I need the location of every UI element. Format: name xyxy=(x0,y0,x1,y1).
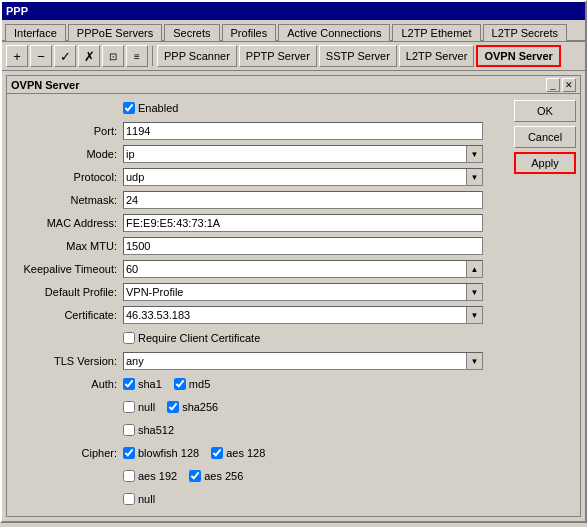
max-mtu-input[interactable] xyxy=(123,237,483,255)
cipher-checkboxes-row1: blowfish 128 aes 128 xyxy=(123,447,504,459)
require-cert-checkbox[interactable] xyxy=(123,332,135,344)
cipher-null-text: null xyxy=(138,493,155,505)
enabled-row: Enabled xyxy=(13,98,504,118)
protocol-input[interactable] xyxy=(124,169,466,185)
window-title: PPP xyxy=(6,5,28,17)
netmask-label: Netmask: xyxy=(13,194,123,206)
enabled-text: Enabled xyxy=(138,102,178,114)
sub-window-controls: _ ✕ xyxy=(546,78,576,92)
pptp-server-button[interactable]: PPTP Server xyxy=(239,45,317,67)
certificate-input[interactable] xyxy=(124,307,466,323)
form-area-container: Enabled Port: Mode: ▼ xyxy=(7,94,580,516)
cipher-aes128-label[interactable]: aes 128 xyxy=(211,447,265,459)
add-button[interactable]: + xyxy=(6,45,28,67)
tab-l2tp-secrets[interactable]: L2TP Secrets xyxy=(483,24,567,41)
action-buttons-col: OK Cancel Apply xyxy=(510,94,580,516)
default-profile-row: Default Profile: ▼ xyxy=(13,282,504,302)
tab-l2tp-ethernet[interactable]: L2TP Ethemet xyxy=(392,24,480,41)
auth-checkboxes-row3: sha512 xyxy=(123,424,504,436)
protocol-row: Protocol: ▼ xyxy=(13,167,504,187)
enabled-label[interactable]: Enabled xyxy=(123,102,178,114)
minimize-button[interactable]: _ xyxy=(546,78,560,92)
netmask-input[interactable] xyxy=(123,191,483,209)
ppp-scanner-button[interactable]: PPP Scanner xyxy=(157,45,237,67)
auth-sha512-checkbox[interactable] xyxy=(123,424,135,436)
keepalive-arrow[interactable]: ▲ xyxy=(466,261,482,277)
filter-button[interactable]: ≡ xyxy=(126,45,148,67)
cipher-null-checkbox[interactable] xyxy=(123,493,135,505)
cipher-row-2: aes 192 aes 256 xyxy=(13,466,504,486)
keepalive-input[interactable] xyxy=(124,261,466,277)
tls-version-input[interactable] xyxy=(124,353,466,369)
certificate-arrow[interactable]: ▼ xyxy=(466,307,482,323)
auth-null-checkbox[interactable] xyxy=(123,401,135,413)
mac-address-row: MAC Address: xyxy=(13,213,504,233)
ok-button[interactable]: OK xyxy=(514,100,576,122)
protocol-dropdown[interactable]: ▼ xyxy=(123,168,483,186)
tab-pppoe-servers[interactable]: PPPoE Servers xyxy=(68,24,162,41)
default-profile-arrow[interactable]: ▼ xyxy=(466,284,482,300)
close-button[interactable]: ✕ xyxy=(562,78,576,92)
tls-version-arrow[interactable]: ▼ xyxy=(466,353,482,369)
auth-row-2: null sha256 xyxy=(13,397,504,417)
remove-button[interactable]: − xyxy=(30,45,52,67)
auth-md5-label[interactable]: md5 xyxy=(174,378,210,390)
mode-dropdown-arrow[interactable]: ▼ xyxy=(466,146,482,162)
cipher-aes192-checkbox[interactable] xyxy=(123,470,135,482)
cipher-aes192-text: aes 192 xyxy=(138,470,177,482)
tls-version-dropdown[interactable]: ▼ xyxy=(123,352,483,370)
certificate-label: Certificate: xyxy=(13,309,123,321)
keepalive-dropdown[interactable]: ▲ xyxy=(123,260,483,278)
tab-active-connections[interactable]: Active Connections xyxy=(278,24,390,41)
port-input[interactable] xyxy=(123,122,483,140)
mode-row: Mode: ▼ xyxy=(13,144,504,164)
cipher-aes256-label[interactable]: aes 256 xyxy=(189,470,243,482)
require-cert-text: Require Client Certificate xyxy=(138,332,260,344)
tab-profiles[interactable]: Profiles xyxy=(222,24,277,41)
auth-sha256-checkbox[interactable] xyxy=(167,401,179,413)
cipher-row-1: Cipher: blowfish 128 aes 128 xyxy=(13,443,504,463)
cipher-null-label[interactable]: null xyxy=(123,493,155,505)
max-mtu-label: Max MTU: xyxy=(13,240,123,252)
cipher-aes128-checkbox[interactable] xyxy=(211,447,223,459)
cipher-checkboxes-row3: null xyxy=(123,493,504,505)
auth-sha256-text: sha256 xyxy=(182,401,218,413)
cipher-aes256-checkbox[interactable] xyxy=(189,470,201,482)
auth-sha1-checkbox[interactable] xyxy=(123,378,135,390)
cipher-blowfish-label[interactable]: blowfish 128 xyxy=(123,447,199,459)
auth-md5-text: md5 xyxy=(189,378,210,390)
default-profile-dropdown[interactable]: ▼ xyxy=(123,283,483,301)
sstp-server-button[interactable]: SSTP Server xyxy=(319,45,397,67)
auth-sha1-label[interactable]: sha1 xyxy=(123,378,162,390)
certificate-dropdown[interactable]: ▼ xyxy=(123,306,483,324)
auth-sha256-label[interactable]: sha256 xyxy=(167,401,218,413)
cipher-blowfish-checkbox[interactable] xyxy=(123,447,135,459)
tab-secrets[interactable]: Secrets xyxy=(164,24,219,41)
port-row: Port: xyxy=(13,121,504,141)
apply-button[interactable]: Apply xyxy=(514,152,576,174)
mode-dropdown[interactable]: ▼ xyxy=(123,145,483,163)
tab-interface[interactable]: Interface xyxy=(5,24,66,41)
cancel-button[interactable]: Cancel xyxy=(514,126,576,148)
auth-checkboxes-row1: sha1 md5 xyxy=(123,378,504,390)
default-profile-input[interactable] xyxy=(124,284,466,300)
mac-address-input[interactable] xyxy=(123,214,483,232)
copy-button[interactable]: ⊡ xyxy=(102,45,124,67)
auth-md5-checkbox[interactable] xyxy=(174,378,186,390)
ovpn-server-button[interactable]: OVPN Server xyxy=(476,45,560,67)
tls-version-row: TLS Version: ▼ xyxy=(13,351,504,371)
mode-input[interactable] xyxy=(124,146,466,162)
mode-label: Mode: xyxy=(13,148,123,160)
protocol-dropdown-arrow[interactable]: ▼ xyxy=(466,169,482,185)
cipher-aes192-label[interactable]: aes 192 xyxy=(123,470,177,482)
disable-button[interactable]: ✗ xyxy=(78,45,100,67)
require-cert-row: Require Client Certificate xyxy=(13,328,504,348)
require-cert-label[interactable]: Require Client Certificate xyxy=(123,332,260,344)
auth-sha512-label[interactable]: sha512 xyxy=(123,424,174,436)
keepalive-label: Keepalive Timeout: xyxy=(13,263,123,275)
enable-button[interactable]: ✓ xyxy=(54,45,76,67)
enabled-checkbox[interactable] xyxy=(123,102,135,114)
auth-null-label[interactable]: null xyxy=(123,401,155,413)
l2tp-server-button[interactable]: L2TP Server xyxy=(399,45,475,67)
netmask-row: Netmask: xyxy=(13,190,504,210)
